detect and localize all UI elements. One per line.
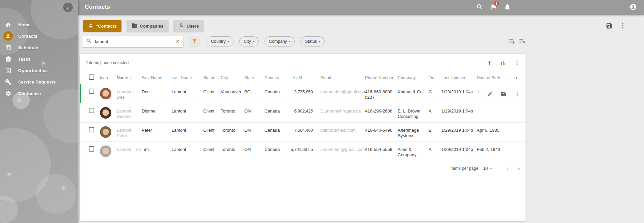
- cell-phone: 416-296-2606: [365, 103, 398, 122]
- items-per-page-value: 10: [483, 166, 488, 171]
- playlist-remove-button[interactable]: [518, 38, 526, 46]
- row-checkbox[interactable]: [89, 146, 94, 152]
- col-header-email[interactable]: Email: [318, 75, 365, 80]
- col-header-name[interactable]: Name↑: [117, 75, 142, 80]
- tab-users[interactable]: Users: [174, 20, 204, 32]
- cell-aum: 6,902,425: [288, 103, 318, 122]
- building-icon: [132, 23, 137, 29]
- funnel-icon: [192, 38, 197, 45]
- col-header-phone[interactable]: Phone Number: [365, 75, 398, 80]
- add-contact-button[interactable]: [486, 60, 493, 66]
- sidebar-item-tasks[interactable]: Tasks: [0, 53, 78, 65]
- header-more-button[interactable]: ⋮: [619, 22, 627, 30]
- cell-country: Canada: [264, 84, 288, 103]
- chip-country[interactable]: Country▾: [207, 36, 234, 46]
- row-checkbox[interactable]: [89, 89, 94, 94]
- cell-status: Client: [203, 123, 221, 141]
- module-tabs: *Contacts Companies Users: [83, 20, 204, 32]
- save-button[interactable]: [605, 22, 613, 30]
- chip-status[interactable]: Status▾: [300, 36, 325, 46]
- col-header-aum[interactable]: AUM: [288, 75, 318, 80]
- sidebar-collapse-button[interactable]: ‹: [63, 3, 73, 12]
- col-header-city[interactable]: City: [221, 75, 244, 80]
- items-per-page-select[interactable]: 10 ▾: [483, 166, 492, 171]
- cell-tier: A: [429, 142, 441, 161]
- row-checkbox[interactable]: [89, 127, 94, 132]
- sidebar-item-customize[interactable]: Customize: [0, 88, 78, 99]
- more-vertical-icon: ⋮: [514, 91, 520, 96]
- filter-funnel-button[interactable]: [189, 36, 200, 47]
- playlist-remove-icon: [519, 41, 526, 46]
- tab-label: Users: [187, 24, 199, 29]
- chevron-right-icon: ›: [515, 74, 517, 81]
- table-row[interactable]: Lamont, Dionne Dionne Lamont Client Toro…: [80, 103, 526, 123]
- table-row[interactable]: Lamont, Tim Tim Lamont Client Toronto ON…: [80, 142, 526, 161]
- search-icon: [86, 38, 92, 45]
- col-header-last-updated[interactable]: Last Updated: [441, 75, 477, 80]
- chip-city[interactable]: City▾: [239, 36, 259, 46]
- cell-company: Afterimage Systems: [398, 123, 429, 141]
- col-header-company[interactable]: Company: [398, 75, 429, 80]
- col-header-country[interactable]: Country: [264, 75, 288, 80]
- sidebar-item-home[interactable]: Home: [0, 19, 78, 30]
- cell-tier: C: [429, 84, 441, 103]
- sidebar-item-contacts[interactable]: Contacts: [0, 30, 78, 42]
- table-more-button[interactable]: ⋮: [514, 60, 520, 66]
- person-icon: [88, 23, 94, 29]
- clear-search-button[interactable]: ✕: [176, 39, 180, 44]
- chart-view-button[interactable]: [500, 60, 506, 66]
- toolbar-actions: ⋮: [486, 60, 520, 66]
- playlist-add-button[interactable]: [508, 38, 516, 46]
- tab-label: Companies: [140, 24, 164, 29]
- calendar-icon: [5, 44, 11, 51]
- home-icon: [5, 21, 11, 28]
- account-button[interactable]: [629, 3, 637, 11]
- col-header-state[interactable]: State: [244, 75, 264, 80]
- topbar: Contacts 1: [78, 0, 644, 15]
- sidebar-item-schedule[interactable]: Schedule: [0, 42, 78, 53]
- edit-button[interactable]: [487, 91, 493, 97]
- next-page-button[interactable]: ›: [518, 165, 520, 172]
- cell-name: Lamont, Dionne: [117, 103, 142, 122]
- select-all-checkbox[interactable]: [89, 74, 94, 80]
- chip-company[interactable]: Company▾: [264, 36, 295, 46]
- cell-aum: 5,701,637.5: [288, 142, 318, 161]
- chevron-left-icon: ‹: [506, 165, 508, 172]
- notification-badge: 1: [494, 1, 499, 6]
- bell-icon: [504, 7, 511, 12]
- opportunities-icon: $: [5, 67, 11, 74]
- table-toolbar: 4 items | none selected ⋮: [80, 54, 526, 71]
- col-header-tier[interactable]: Tier: [429, 75, 441, 80]
- cell-first-name: Tim: [142, 142, 172, 161]
- tab-companies[interactable]: Companies: [127, 20, 168, 32]
- sidebar-item-service-requests[interactable]: Service Requests: [0, 76, 78, 88]
- topbar-search-button[interactable]: [476, 3, 484, 11]
- plus-icon: [486, 60, 493, 66]
- row-more-button[interactable]: ⋮: [514, 91, 520, 97]
- col-header-first-name[interactable]: First Name: [142, 75, 172, 80]
- table-header-row: Icon Name↑ First Name Last Name Status C…: [80, 71, 526, 84]
- col-header-date-of-birth[interactable]: Date of Birth: [477, 75, 514, 80]
- previous-page-button[interactable]: ‹: [506, 165, 508, 172]
- cell-company: Allen & Company: [398, 142, 429, 161]
- cell-city: Toronto: [221, 123, 244, 141]
- sparkle-glint: [19, 100, 20, 101]
- search-input[interactable]: [95, 39, 176, 44]
- table-row[interactable]: Lamont, Peter Peter Lamont Client Toront…: [80, 123, 526, 142]
- email-button[interactable]: [501, 91, 507, 97]
- table-row[interactable]: Lamont, Dee Dee Lamont Client Vancouver …: [80, 84, 526, 103]
- contact-avatar: [100, 126, 111, 138]
- tab-contacts[interactable]: *Contacts: [83, 20, 121, 32]
- sidebar-item-opportunities[interactable]: $ Opportunities: [0, 65, 78, 76]
- sidebar-item-label: Opportunities: [18, 68, 48, 73]
- contacts-table-card: 4 items | none selected ⋮ Icon Name↑ Fir…: [80, 54, 526, 221]
- cell-email: DLamont@rogers.ca: [318, 103, 365, 122]
- search-box[interactable]: ✕: [82, 36, 183, 47]
- col-header-status[interactable]: Status: [203, 75, 221, 80]
- row-checkbox[interactable]: [89, 108, 94, 113]
- search-icon: [476, 7, 484, 12]
- scroll-columns-right-button[interactable]: ›: [515, 74, 526, 81]
- col-header-last-name[interactable]: Last Name: [172, 75, 203, 80]
- bell-button[interactable]: [503, 3, 511, 11]
- flag-notifications-button[interactable]: 1: [490, 3, 498, 11]
